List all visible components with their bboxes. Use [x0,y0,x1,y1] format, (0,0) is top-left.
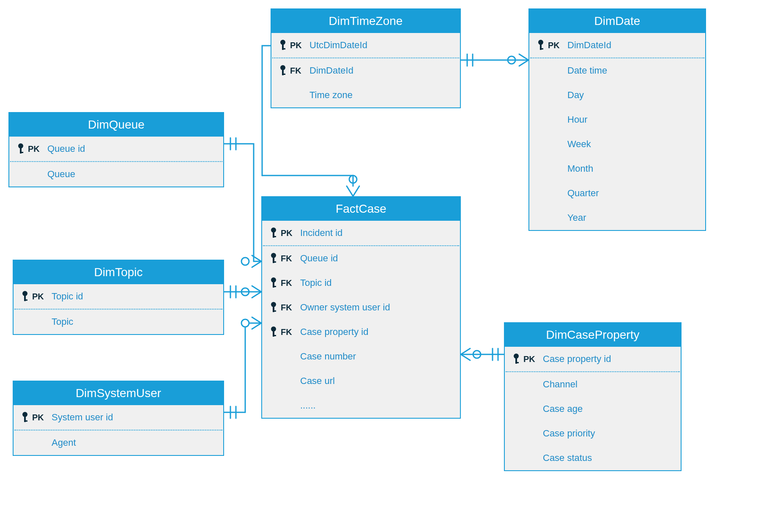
column-name: Case age [543,403,676,414]
table-row: Case status [505,446,681,470]
entity-rows: PK Topic id Topic [14,284,223,334]
table-row: Time zone [271,83,460,107]
table-row: Case url [262,369,460,393]
svg-point-0 [508,56,515,64]
entity-dim-date[interactable]: DimDate PK DimDateId Date time Day Hour … [528,8,706,231]
svg-rect-35 [273,310,276,312]
entity-dim-queue[interactable]: DimQueue PK Queue id Queue [8,112,224,187]
column-name: Channel [543,379,676,390]
table-row: PK Topic id [14,284,223,309]
key-type: FK [281,303,300,313]
table-row: Channel [505,372,681,397]
key-type: PK [32,413,52,422]
entity-dim-system-user[interactable]: DimSystemUser PK System user id Agent [13,381,224,456]
svg-rect-23 [24,420,27,422]
column-name: Day [567,90,701,101]
column-name: Case property id [300,326,456,337]
key-type: PK [548,41,567,50]
column-name: Case url [300,376,456,387]
key-icon [276,39,290,52]
table-row: ...... [262,393,460,418]
column-name: Case priority [543,428,676,439]
table-row: FK Case property id [262,320,460,344]
entity-dim-time-zone[interactable]: DimTimeZone PK UtcDimDateId FK DimDateId… [271,8,461,108]
column-name: Owner system user id [300,302,456,313]
svg-rect-41 [515,362,519,363]
column-name: System user id [52,412,219,423]
column-name: Topic [52,316,219,327]
svg-rect-32 [273,286,276,287]
column-name: Case property id [543,354,676,365]
entity-title: DimTopic [14,261,223,284]
column-name: Year [567,212,701,223]
entity-rows: PK System user id Agent [14,405,223,455]
key-type: FK [281,254,300,263]
column-name: Date time [567,65,701,76]
column-name: Week [567,139,701,150]
column-name: DimDateId [309,65,456,76]
column-name: Incident id [300,228,456,239]
column-name: Topic id [300,277,456,288]
svg-point-5 [473,351,481,358]
table-row: PK DimDateId [529,33,705,58]
entity-fact-case[interactable]: FactCase PK Incident id FK Queue id FK T… [261,196,461,419]
table-row: PK Queue id [9,137,223,161]
svg-point-2 [241,258,249,265]
table-row: Quarter [529,181,705,206]
column-name: Quarter [567,188,701,199]
column-name: Agent [52,437,219,448]
svg-rect-17 [20,152,23,153]
table-row: Hour [529,107,705,132]
entity-title: FactCase [262,197,460,221]
column-name: Queue [47,169,219,180]
table-row: Case priority [505,421,681,446]
entity-dim-topic[interactable]: DimTopic PK Topic id Topic [13,260,224,335]
er-diagram-canvas: { "colors": { "accent": "#199ed8", "enti… [0,0,761,532]
column-name: Queue id [47,143,219,154]
key-type: PK [281,228,300,238]
column-name: Time zone [309,90,456,101]
column-name: UtcDimDateId [309,40,456,51]
column-name: Case status [543,452,676,463]
table-row: Case age [505,397,681,421]
key-type: PK [32,292,52,302]
key-type: FK [290,66,309,76]
key-icon [18,411,32,424]
entity-rows: PK Incident id FK Queue id FK Topic id F… [262,221,460,418]
key-icon [14,143,28,155]
table-row: PK UtcDimDateId [271,33,460,58]
table-row: Week [529,132,705,156]
key-icon [266,326,281,338]
entity-rows: PK UtcDimDateId FK DimDateId Time zone [271,33,460,107]
key-icon [18,290,32,303]
table-row: PK System user id [14,405,223,430]
svg-point-4 [241,319,249,327]
column-name: Hour [567,114,701,125]
column-name: Queue id [300,253,456,264]
svg-rect-29 [273,261,276,263]
column-name: ...... [300,400,456,411]
table-row: FK Topic id [262,271,460,295]
svg-rect-14 [540,48,543,49]
key-type: FK [281,327,300,337]
key-type: PK [28,144,47,154]
key-icon [266,252,281,265]
table-row: Topic [14,310,223,334]
entity-rows: PK DimDateId Date time Day Hour Week Mon… [529,33,705,230]
entity-title: DimTimeZone [271,9,460,33]
entity-rows: PK Queue id Queue [9,137,223,186]
entity-dim-case-property[interactable]: DimCaseProperty PK Case property id Chan… [504,322,682,471]
table-row: FK Owner system user id [262,295,460,320]
svg-point-3 [241,288,249,296]
entity-title: DimQueue [9,113,223,137]
column-name: DimDateId [567,40,701,51]
key-icon [509,353,523,365]
key-icon [534,39,548,52]
table-row: Agent [14,431,223,455]
svg-rect-8 [282,48,285,49]
column-name: Case number [300,351,456,362]
table-row: PK Incident id [262,221,460,245]
key-type: PK [290,41,309,50]
table-row: Case number [262,344,460,369]
column-name: Month [567,163,701,174]
